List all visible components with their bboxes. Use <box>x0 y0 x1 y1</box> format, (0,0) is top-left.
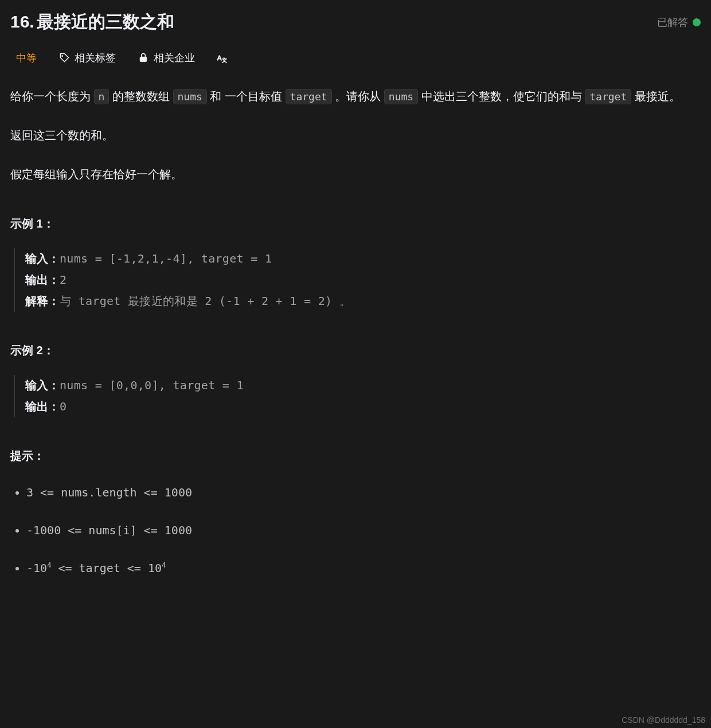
watermark: CSDN @Ddddddd_158 <box>622 715 705 725</box>
hints-label: 提示： <box>10 445 701 467</box>
svg-point-0 <box>62 56 63 57</box>
desc-paragraph-3: 假定每组输入只存在恰好一个解。 <box>10 163 701 185</box>
desc-paragraph-2: 返回这三个数的和。 <box>10 124 701 146</box>
solved-dot-icon <box>693 18 701 26</box>
difficulty-tab[interactable]: 中等 <box>16 51 37 65</box>
problem-title: 16. 最接近的三数之和 <box>10 10 174 34</box>
companies-label: 相关企业 <box>154 51 195 65</box>
hint-1: 3 <= nums.length <= 1000 <box>26 482 701 503</box>
hint-2: -1000 <= nums[i] <= 1000 <box>26 519 701 541</box>
example-2: 输入：nums = [0,0,0], target = 1 输出：0 <box>14 375 701 417</box>
problem-header: 16. 最接近的三数之和 已解答 <box>10 10 701 34</box>
meta-tabs: 中等 相关标签 相关企业 A文 <box>10 51 701 65</box>
translate-tab[interactable]: A文 <box>217 52 228 64</box>
lock-icon <box>138 52 149 64</box>
example-1: 输入：nums = [-1,2,1,-4], target = 1 输出：2 解… <box>14 248 701 312</box>
ex1-output: 2 <box>60 273 67 287</box>
ex1-input: nums = [-1,2,1,-4], target = 1 <box>60 252 272 265</box>
desc-paragraph-1: 给你一个长度为 n 的整数数组 nums 和 一个目标值 target 。请你从… <box>10 85 701 107</box>
code-n: n <box>94 89 110 104</box>
code-nums: nums <box>173 89 207 104</box>
solved-badge: 已解答 <box>657 15 701 29</box>
problem-description: 给你一个长度为 n 的整数数组 nums 和 一个目标值 target 。请你从… <box>10 85 701 579</box>
example-1-label: 示例 1： <box>10 213 701 234</box>
example-2-label: 示例 2： <box>10 339 701 361</box>
difficulty-label: 中等 <box>16 51 37 65</box>
code-nums-2: nums <box>384 89 418 104</box>
companies-tab[interactable]: 相关企业 <box>138 51 195 65</box>
problem-name: 最接近的三数之和 <box>37 10 174 34</box>
translate-icon: A文 <box>217 52 228 64</box>
ex2-input: nums = [0,0,0], target = 1 <box>60 378 244 392</box>
code-target: target <box>286 89 332 104</box>
tag-icon <box>58 52 70 64</box>
ex2-output: 0 <box>60 400 67 413</box>
svg-rect-1 <box>140 57 147 61</box>
svg-text:文: 文 <box>222 57 227 63</box>
hint-3: -104 <= target <= 104 <box>26 557 701 579</box>
svg-text:A: A <box>217 54 222 61</box>
tags-tab[interactable]: 相关标签 <box>58 51 116 65</box>
ex1-explain: 与 target 最接近的和是 2 (-1 + 2 + 1 = 2) 。 <box>60 294 351 308</box>
problem-number: 16. <box>10 12 34 32</box>
tags-label: 相关标签 <box>75 51 116 65</box>
hints-list: 3 <= nums.length <= 1000 -1000 <= nums[i… <box>10 482 701 579</box>
solved-label: 已解答 <box>657 15 688 29</box>
code-target-2: target <box>585 89 631 104</box>
